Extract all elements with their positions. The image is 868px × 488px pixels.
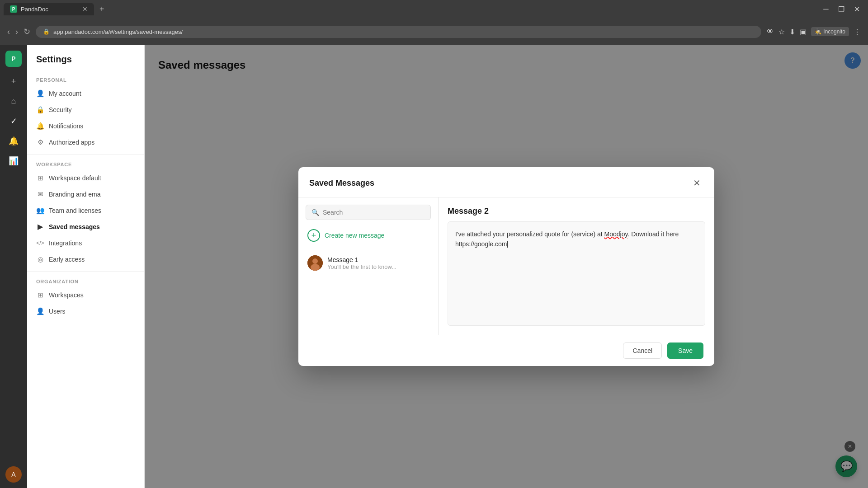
branding-label: Branding and ema: [49, 191, 100, 198]
main-content: Saved messages ? Saved Messages ✕ 🔍: [145, 45, 868, 488]
forward-button[interactable]: ›: [15, 27, 18, 37]
message-title-input[interactable]: [448, 206, 705, 216]
app-logo: P: [5, 51, 22, 67]
sidebar-header: Settings: [27, 54, 144, 74]
user-avatar[interactable]: A: [5, 466, 22, 483]
active-tab[interactable]: P PandaDoc ✕: [4, 3, 94, 15]
early-access-icon: ◎: [36, 255, 44, 263]
integrations-label: Integrations: [49, 239, 82, 247]
modal-overlay[interactable]: Saved Messages ✕ 🔍 + Create new message: [145, 45, 868, 488]
notifications-icon: 🔔: [36, 122, 44, 130]
organization-section-label: ORGANIZATION: [27, 275, 144, 287]
minimize-button[interactable]: ─: [822, 5, 830, 13]
nav-check-icon[interactable]: ✓: [5, 112, 23, 130]
incognito-icon: 🕵: [815, 28, 821, 35]
message-avatar: [307, 255, 323, 271]
browser-controls: ‹ › ↻ 🔒 app.pandadoc.com/a/#/settings/sa…: [0, 18, 868, 45]
saved-messages-icon: ▶: [36, 223, 44, 231]
message-body-text: I've attached your personalized quote fo…: [455, 230, 679, 248]
sidebar-item-authorized-apps[interactable]: ⚙ Authorized apps: [27, 134, 144, 150]
saved-messages-dialog: Saved Messages ✕ 🔍 + Create new message: [298, 167, 714, 366]
integrations-icon: </>: [36, 239, 44, 247]
dialog-left-panel: 🔍 + Create new message: [298, 197, 439, 335]
url-display: app.pandadoc.com/a/#/settings/saved-mess…: [53, 28, 183, 35]
team-icon: 👥: [36, 206, 44, 215]
list-item[interactable]: Message 1 You'll be the first to know...: [306, 251, 431, 275]
divider-1: [27, 154, 144, 155]
early-access-label: Early access: [49, 256, 85, 263]
workspaces-label: Workspaces: [49, 291, 84, 299]
restore-button[interactable]: ❐: [837, 5, 845, 13]
save-button[interactable]: Save: [667, 343, 703, 359]
search-box[interactable]: 🔍: [306, 205, 431, 220]
address-bar[interactable]: 🔒 app.pandadoc.com/a/#/settings/saved-me…: [36, 26, 761, 38]
branding-icon: ✉: [36, 190, 44, 198]
users-label: Users: [49, 308, 66, 315]
dialog-footer: Cancel Save: [298, 335, 714, 366]
browser-actions: 👁 ☆ ⬇ ▣ 🕵 Incognito ⋮: [767, 27, 861, 36]
workspace-section-label: WORKSPACE: [27, 158, 144, 170]
my-account-label: My account: [49, 90, 81, 97]
create-new-icon: +: [307, 229, 320, 242]
dialog-body: 🔍 + Create new message: [298, 197, 714, 335]
sidebar-item-workspace-defaults[interactable]: ⊞ Workspace default: [27, 170, 144, 186]
sidebar-item-early-access[interactable]: ◎ Early access: [27, 251, 144, 267]
users-icon: 👤: [36, 307, 44, 315]
close-button[interactable]: ✕: [853, 5, 861, 13]
nav-chart-icon[interactable]: 📊: [5, 152, 23, 170]
lock-icon: 🔒: [43, 28, 50, 35]
nav-home-icon[interactable]: ⌂: [5, 92, 23, 110]
message-preview: You'll be the first to know...: [327, 263, 396, 270]
message-info: Message 1 You'll be the first to know...: [327, 256, 396, 270]
browser-chrome: P PandaDoc ✕ + ─ ❐ ✕ ‹ › ↻ 🔒 app.pandado…: [0, 0, 868, 45]
authorized-apps-label: Authorized apps: [49, 139, 94, 146]
tab-favicon: P: [10, 5, 17, 13]
saved-messages-label: Saved messages: [49, 223, 100, 230]
dialog-header: Saved Messages ✕: [298, 167, 714, 197]
team-label: Team and licenses: [49, 207, 101, 214]
new-tab-button[interactable]: +: [96, 3, 108, 16]
authorized-apps-icon: ⚙: [36, 138, 44, 146]
sidebar-item-users[interactable]: 👤 Users: [27, 303, 144, 319]
notifications-label: Notifications: [49, 122, 83, 130]
sidebar-item-my-account[interactable]: 👤 My account: [27, 85, 144, 102]
nav-add-button[interactable]: +: [5, 72, 23, 90]
sidebar: Settings PERSONAL 👤 My account 🔒 Securit…: [27, 45, 145, 488]
browser-tabs: P PandaDoc ✕ + ─ ❐ ✕: [0, 0, 868, 18]
back-button[interactable]: ‹: [7, 27, 10, 37]
search-input[interactable]: [323, 209, 425, 216]
message-body-area[interactable]: I've attached your personalized quote fo…: [448, 221, 705, 326]
layout-icon[interactable]: ▣: [800, 28, 807, 36]
icon-nav: P + ⌂ ✓ 🔔 📊 A: [0, 45, 27, 488]
svg-point-1: [312, 258, 318, 264]
eye-off-icon[interactable]: 👁: [767, 28, 774, 36]
create-new-message-button[interactable]: + Create new message: [306, 225, 431, 245]
workspace-icon: ⊞: [36, 174, 44, 182]
message-name: Message 1: [327, 256, 396, 263]
refresh-button[interactable]: ↻: [24, 27, 30, 37]
security-icon: 🔒: [36, 106, 44, 114]
menu-button[interactable]: ⋮: [854, 28, 861, 36]
bookmark-icon[interactable]: ☆: [778, 28, 785, 36]
search-icon: 🔍: [311, 209, 319, 216]
app-layout: P + ⌂ ✓ 🔔 📊 A Settings PERSONAL 👤 My acc…: [0, 45, 868, 488]
workspace-defaults-label: Workspace default: [49, 174, 101, 182]
sidebar-item-workspaces[interactable]: ⊞ Workspaces: [27, 287, 144, 303]
incognito-badge: 🕵 Incognito: [811, 27, 849, 36]
dialog-right-panel: I've attached your personalized quote fo…: [439, 197, 714, 335]
personal-section-label: PERSONAL: [27, 74, 144, 85]
dialog-close-button[interactable]: ✕: [690, 176, 703, 190]
sidebar-item-notifications[interactable]: 🔔 Notifications: [27, 118, 144, 134]
sidebar-item-security[interactable]: 🔒 Security: [27, 102, 144, 118]
sidebar-item-saved-messages[interactable]: ▶ Saved messages: [27, 219, 144, 235]
sidebar-item-team[interactable]: 👥 Team and licenses: [27, 202, 144, 219]
tab-close-button[interactable]: ✕: [82, 5, 88, 13]
create-new-label: Create new message: [325, 232, 384, 239]
sidebar-item-integrations[interactable]: </> Integrations: [27, 235, 144, 251]
cancel-button[interactable]: Cancel: [623, 343, 662, 359]
spellcheck-word: Moodjoy: [604, 230, 628, 238]
sidebar-item-branding[interactable]: ✉ Branding and ema: [27, 186, 144, 202]
download-icon[interactable]: ⬇: [789, 28, 795, 36]
nav-bell-icon[interactable]: 🔔: [5, 132, 23, 150]
text-cursor: [507, 241, 508, 248]
